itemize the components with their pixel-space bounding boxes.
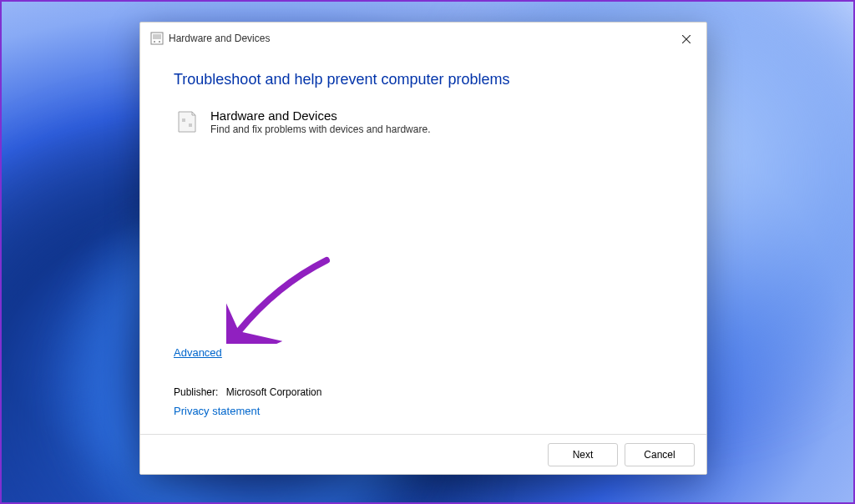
troubleshooter-item: Hardware and Devices Find and fix proble… [174, 108, 673, 135]
troubleshooter-description: Find and fix problems with devices and h… [210, 123, 673, 135]
privacy-statement-link[interactable]: Privacy statement [174, 405, 260, 417]
svg-rect-7 [189, 123, 192, 127]
page-heading: Troubleshoot and help prevent computer p… [174, 71, 673, 88]
close-icon [682, 35, 691, 43]
svg-point-3 [159, 41, 160, 43]
dialog-titlebar: Hardware and Devices [140, 23, 706, 54]
hardware-icon [174, 108, 200, 135]
diagnostics-icon [150, 32, 164, 45]
next-button[interactable]: Next [548, 443, 618, 466]
troubleshooter-title: Hardware and Devices [210, 108, 673, 123]
window-title: Hardware and Devices [169, 33, 270, 44]
troubleshooter-dialog: Hardware and Devices Troubleshoot and he… [139, 22, 707, 475]
dialog-footer: Next Cancel [140, 434, 706, 474]
svg-rect-1 [153, 34, 161, 39]
advanced-link[interactable]: Advanced [174, 346, 222, 359]
troubleshooter-text: Hardware and Devices Find and fix proble… [210, 108, 673, 135]
dialog-body: Troubleshoot and help prevent computer p… [140, 54, 706, 434]
publisher-label: Publisher: [174, 386, 218, 398]
publisher-value: Microsoft Corporation [226, 386, 322, 398]
publisher-info: Publisher: Microsoft Corporation [174, 386, 321, 398]
svg-rect-6 [182, 118, 185, 122]
svg-point-2 [154, 41, 155, 43]
cancel-button[interactable]: Cancel [625, 443, 695, 466]
close-button[interactable] [673, 28, 700, 51]
